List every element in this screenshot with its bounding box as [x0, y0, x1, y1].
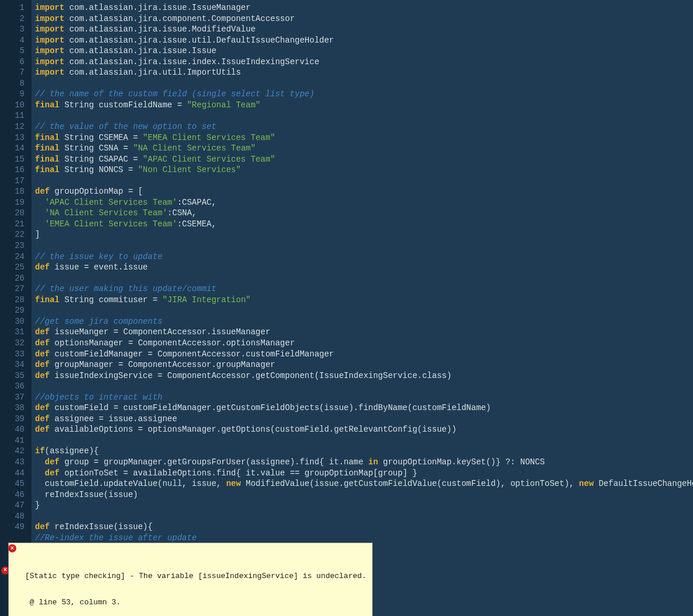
code-line[interactable]: [35, 110, 693, 121]
gutter-line: 15: [0, 154, 32, 165]
code-line[interactable]: final String commituser = "JIRA Integrat…: [35, 295, 693, 306]
code-line[interactable]: 'EMEA Client Services Team':CSEMEA,: [35, 219, 693, 230]
code-line[interactable]: def issue = event.issue: [35, 262, 693, 273]
code-line[interactable]: final String customFieldName = "Regional…: [35, 100, 693, 111]
code-token: def: [35, 371, 50, 380]
code-line[interactable]: 'APAC Client Services Team':CSAPAC,: [35, 197, 693, 208]
code-line[interactable]: final String CSNA = "NA Client Services …: [35, 143, 693, 154]
line-number: 12: [15, 121, 27, 132]
code-line[interactable]: import com.atlassian.jira.component.Comp…: [35, 13, 693, 24]
code-line[interactable]: def assignee = issue.assignee: [35, 414, 693, 425]
line-number: 26: [15, 273, 27, 284]
gutter-line: 22: [0, 229, 32, 240]
gutter-line: 36: [0, 381, 32, 392]
code-line[interactable]: final String CSEMEA = "EMEA Client Servi…: [35, 132, 693, 144]
code-line[interactable]: [35, 273, 693, 284]
gutter-line: 28: [0, 295, 32, 306]
code-line[interactable]: import com.atlassian.jira.issue.Modified…: [35, 24, 693, 35]
code-token: reIndexIssue(issue){: [50, 522, 152, 531]
code-line[interactable]: def customFieldManager = ComponentAccess…: [35, 349, 693, 360]
code-line[interactable]: ]: [35, 229, 693, 240]
code-line[interactable]: [35, 305, 693, 316]
code-line[interactable]: [35, 435, 693, 446]
code-line[interactable]: def optionToSet = availableOptions.find{…: [35, 468, 693, 479]
code-token: , issue,: [182, 479, 226, 488]
code-line[interactable]: customField.updateValue(null, issue, new…: [35, 478, 693, 489]
code-line[interactable]: //get some jira components: [35, 316, 693, 327]
code-line[interactable]: import com.atlassian.jira.issue.util.Def…: [35, 35, 693, 46]
code-line[interactable]: // the issue key to update: [35, 251, 693, 262]
code-token: optionsManager = ComponentAccessor.optio…: [50, 338, 295, 348]
code-token: //objects to interact with: [35, 393, 162, 402]
gutter-line: 23: [0, 240, 32, 251]
code-token: final: [35, 144, 60, 153]
gutter-line: 31: [0, 327, 32, 338]
code-line[interactable]: [35, 381, 693, 392]
code-token: (assignee){: [45, 446, 99, 456]
code-token: def: [35, 403, 50, 412]
code-line[interactable]: [35, 78, 693, 89]
line-number: 23: [15, 240, 27, 251]
gutter-line: 37: [0, 392, 32, 403]
code-line[interactable]: def customField = customFieldManager.get…: [35, 402, 693, 414]
code-line[interactable]: // the value of the new option to set: [35, 121, 693, 132]
gutter-line: 14: [0, 143, 32, 154]
line-number: 41: [15, 435, 27, 446]
gutter-line: 43: [0, 457, 32, 468]
code-token: def: [35, 327, 50, 337]
code-token: // the name of the custom field (single …: [35, 89, 314, 99]
code-line[interactable]: def groupManager = ComponentAccessor.gro…: [35, 359, 693, 370]
line-number: 4: [20, 35, 27, 46]
line-number: 32: [15, 338, 27, 349]
code-line[interactable]: reIndexIssue(issue): [35, 489, 693, 501]
code-token: String CSNA =: [60, 144, 133, 153]
code-line[interactable]: //Re-index the issue after update: [35, 533, 693, 544]
code-editor[interactable]: 1234567891011121314151617181920212223242…: [0, 0, 693, 616]
line-number: 27: [15, 284, 27, 295]
line-number: 17: [15, 176, 27, 187]
code-line[interactable]: final String CSAPAC = "APAC Client Servi…: [35, 154, 693, 165]
code-token: ModifiedValue(issue.getCustomFieldValue(…: [241, 479, 579, 488]
code-line[interactable]: import com.atlassian.jira.issue.IssueMan…: [35, 2, 693, 13]
code-line[interactable]: // the name of the custom field (single …: [35, 89, 693, 100]
code-line[interactable]: def reIndexIssue(issue){: [35, 522, 693, 533]
code-line[interactable]: 'NA Client Services Team':CSNA,: [35, 208, 693, 219]
gutter-line: 29: [0, 305, 32, 316]
code-line[interactable]: //objects to interact with: [35, 392, 693, 403]
code-token: assignee = issue.assignee: [50, 414, 177, 424]
code-line[interactable]: def groupOptionMap = [: [35, 186, 693, 197]
code-token: "APAC Client Services Team": [143, 155, 275, 164]
gutter-line: 39: [0, 414, 32, 425]
code-line[interactable]: import com.atlassian.jira.issue.Issue: [35, 46, 693, 57]
code-line[interactable]: import com.atlassian.jira.util.ImportUti…: [35, 67, 693, 78]
gutter-line: 16: [0, 164, 32, 176]
code-token: issueManger = ComponentAccessor.issueMan…: [50, 327, 270, 337]
code-line[interactable]: }: [35, 500, 693, 511]
code-token: final: [35, 155, 60, 164]
code-line[interactable]: def group = groupManager.getGroupsForUse…: [35, 457, 693, 468]
code-token: customFieldManager = ComponentAccessor.c…: [50, 349, 334, 359]
code-token: com.atlassian.jira.issue.ModifiedValue: [64, 24, 256, 34]
line-number: 30: [15, 316, 27, 327]
code-line[interactable]: import com.atlassian.jira.issue.index.Is…: [35, 57, 693, 68]
code-token: group = groupManager.getGroupsForUser(as…: [60, 457, 368, 467]
gutter-line: 13: [0, 132, 32, 144]
code-area[interactable]: import com.atlassian.jira.issue.IssueMan…: [32, 0, 693, 616]
code-line[interactable]: // the user making this update/commit: [35, 284, 693, 295]
code-line[interactable]: [35, 240, 693, 251]
line-number: 24: [15, 251, 27, 262]
code-token: com.atlassian.jira.issue.util.DefaultIss…: [64, 36, 334, 45]
code-line[interactable]: final String NONCS = "Non Client Service…: [35, 164, 693, 176]
code-token: customField.updateValue(: [35, 479, 162, 488]
code-line[interactable]: def optionsManager = ComponentAccessor.o…: [35, 338, 693, 349]
code-line[interactable]: if(assignee){: [35, 446, 693, 457]
line-number: 39: [15, 414, 27, 425]
code-line[interactable]: [35, 176, 693, 187]
code-token: final: [35, 165, 60, 174]
gutter-line: 46: [0, 489, 32, 501]
code-line[interactable]: def availableOptions = optionsManager.ge…: [35, 424, 693, 435]
code-line[interactable]: def issueManger = ComponentAccessor.issu…: [35, 327, 693, 338]
code-line[interactable]: [35, 511, 693, 522]
code-line[interactable]: def issueIndexingService = ComponentAcce…: [35, 370, 693, 382]
code-token: new: [579, 479, 594, 488]
